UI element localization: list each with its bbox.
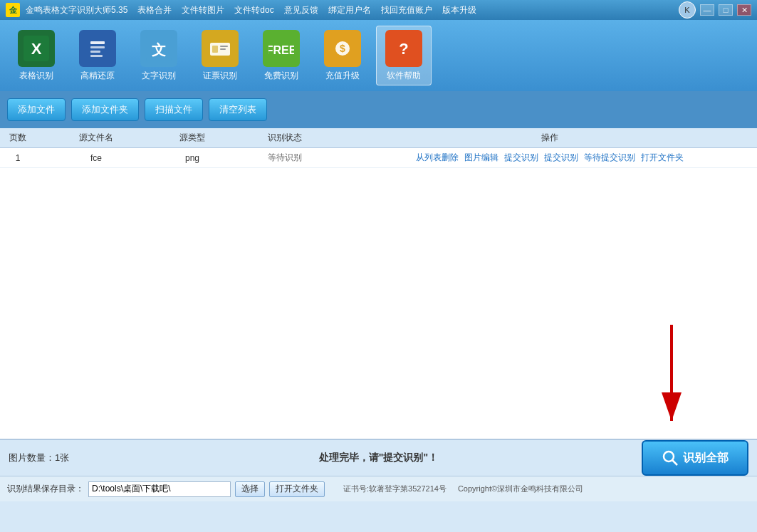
svg-text:X: X [31,40,42,58]
tool-free-recognize[interactable]: FREE 免费识别 [254,26,309,85]
doc-icon [79,30,116,67]
charge-icon: $ [324,30,361,67]
svg-rect-6 [90,55,103,57]
search-icon [662,449,679,466]
header-source-type: 源类型 [157,132,228,144]
svg-point-23 [664,452,674,461]
svg-rect-5 [90,51,100,53]
menu-version-upgrade[interactable]: 版本升级 [442,4,476,16]
maximize-button[interactable]: □ [719,4,733,16]
menu-bind-user[interactable]: 绑定用户名 [328,4,371,16]
op-open-folder[interactable]: 打开文件夹 [641,152,684,164]
table-header: 页数 源文件名 源类型 识别状态 操作 [0,128,757,148]
free-icon: FREE [263,30,300,67]
tool-software-help[interactable]: ? 软件帮助 [376,26,432,85]
tool-table-recognize-label: 表格识别 [19,70,53,82]
cell-page: 1 [0,153,36,163]
op-image-edit[interactable]: 图片编辑 [464,152,498,164]
title-bar: 金 金鸣表格文字识别大师5.35 表格合并 文件转图片 文件转doc 意见反馈 … [0,0,757,20]
cell-operations: 从列表删除 图片编辑 提交识别 提交识别 等待提交识别 打开文件夹 [342,152,757,164]
save-path-input[interactable] [88,481,231,497]
recognize-all-button[interactable]: 识别全部 [642,440,748,476]
menu-feedback[interactable]: 意见反馈 [284,4,318,16]
open-output-folder-button[interactable]: 打开文件夹 [269,481,325,497]
add-file-button[interactable]: 添加文件 [7,98,66,121]
add-folder-button[interactable]: 添加文件夹 [71,98,139,121]
op-submit-recognize2[interactable]: 提交识别 [544,152,578,164]
red-arrow [650,318,693,432]
header-source-name: 源文件名 [36,132,157,144]
excel-icon: X [18,30,55,67]
tool-cert-recognize[interactable]: 证票识别 [192,26,248,85]
bottom-bar: 识别结果保存目录： 选择 打开文件夹 证书号:软著登字第3527214号 Cop… [0,476,757,501]
svg-rect-3 [90,41,105,44]
header-operations: 操作 [342,132,757,144]
tool-high-restore[interactable]: 高精还原 [70,26,125,85]
recognize-all-label: 识别全部 [683,451,729,466]
table-body: 1 fce png 等待识别 从列表删除 图片编辑 提交识别 提交识别 等待提交… [0,148,757,168]
menu-table-merge[interactable]: 表格合并 [137,4,172,16]
svg-rect-13 [220,48,226,50]
tool-charge-upgrade-label: 充值升级 [325,70,360,82]
save-dir-label: 识别结果保存目录： [7,483,84,495]
tool-text-recognize[interactable]: 文 文字识别 [131,26,187,85]
op-wait-submit[interactable]: 等待提交识别 [584,152,635,164]
file-table: 页数 源文件名 源类型 识别状态 操作 1 fce png 等待识别 从列表删除… [0,128,757,168]
cert-number-text: 证书号:软著登字第3527214号 [343,484,447,494]
cell-status: 等待识别 [228,152,342,164]
clear-list-button[interactable]: 清空列表 [209,98,267,121]
process-message: 处理完毕，请"提交识别"！ [319,452,438,464]
tool-table-recognize[interactable]: X 表格识别 [9,26,64,85]
tool-cert-recognize-label: 证票识别 [203,70,237,82]
title-menu: 表格合并 文件转图片 文件转doc 意见反馈 绑定用户名 找回充值账户 版本升级 [137,4,476,16]
cell-source-type: png [157,153,228,163]
svg-text:FREE: FREE [268,44,294,56]
svg-text:$: $ [340,43,345,54]
scan-file-button[interactable]: 扫描文件 [145,98,203,121]
tool-software-help-label: 软件帮助 [387,70,421,82]
tool-free-recognize-label: 免费识别 [264,70,298,82]
avatar[interactable]: K [679,1,696,19]
help-icon: ? [385,30,422,67]
header-status: 识别状态 [228,132,342,144]
action-bar: 添加文件 添加文件夹 扫描文件 清空列表 [0,91,757,128]
content-area [0,168,757,439]
menu-file-to-image[interactable]: 文件转图片 [182,4,224,16]
tool-charge-upgrade[interactable]: $ 充值升级 [315,26,370,85]
header-page: 页数 [0,132,36,144]
svg-line-24 [672,460,677,465]
status-bar: 图片数量：1张 处理完毕，请"提交识别"！ 识别全部 [0,439,757,476]
table-row: 1 fce png 等待识别 从列表删除 图片编辑 提交识别 提交识别 等待提交… [0,148,757,168]
title-bar-left: 金 金鸣表格文字识别大师5.35 表格合并 文件转图片 文件转doc 意见反馈 … [6,3,476,17]
svg-rect-12 [220,46,228,47]
tool-high-restore-label: 高精还原 [80,70,115,82]
copyright-text: Copyright©深圳市金鸣科技有限公司 [458,484,583,494]
toolbar: X 表格识别 高精还原 文 文字识别 [0,20,757,91]
svg-rect-4 [90,46,105,48]
window-controls: K — □ ✕ [679,1,751,19]
id-icon [202,30,239,67]
svg-text:文: 文 [152,42,166,58]
select-path-button[interactable]: 选择 [235,481,265,497]
op-submit-recognize[interactable]: 提交识别 [504,152,538,164]
text-icon: 文 [140,30,177,67]
op-delete-from-list[interactable]: 从列表删除 [416,152,459,164]
svg-rect-11 [212,46,218,53]
menu-file-to-doc[interactable]: 文件转doc [234,4,273,16]
tool-text-recognize-label: 文字识别 [142,70,176,82]
svg-text:?: ? [399,40,408,58]
minimize-button[interactable]: — [700,4,714,16]
menu-recover-account[interactable]: 找回充值账户 [381,4,432,16]
close-button[interactable]: ✕ [737,4,751,16]
cell-source-name: fce [36,153,157,163]
app-icon: 金 [6,3,20,17]
app-title: 金鸣表格文字识别大师5.35 [26,4,127,16]
image-count-text: 图片数量：1张 [9,452,69,464]
